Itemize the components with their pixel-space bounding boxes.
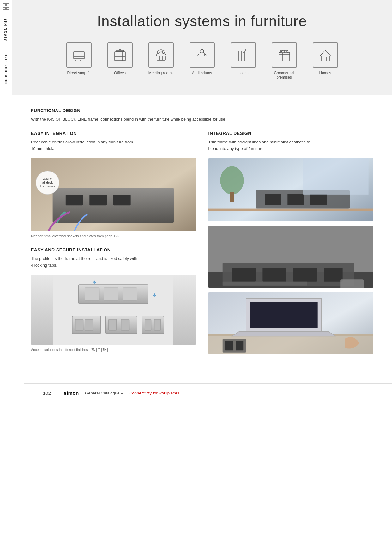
icon-item-direct-snap-fit: Direct snap-fit [65, 42, 93, 75]
hotels-icon-box: H [231, 42, 256, 68]
valid-badge: Valid for all desk thicknesses [36, 171, 59, 195]
easy-install-desc: The profile fits the frame at the rear a… [31, 256, 196, 269]
footer-text: General Catalogue – [85, 391, 123, 395]
svg-rect-28 [113, 195, 131, 205]
functional-design-title: FUNCTIONAL DESIGN [31, 108, 373, 113]
easy-integration-caption: Mechanisms, electrical sockets and plate… [31, 234, 196, 238]
svg-point-11 [160, 50, 162, 52]
easy-install-title: EASY AND SECURE INSTALLATION [31, 247, 196, 252]
right-column: INTEGRAL DESIGN Trim frame with straight… [208, 131, 373, 361]
install-caption: Accepts solutions in different finishes … [31, 348, 196, 352]
integral-design-image-2 [208, 226, 373, 288]
brand-label: SIMON K45 [4, 18, 8, 41]
svg-rect-35 [75, 319, 83, 330]
icon-item-commercial-premises: Commercialpremises [270, 42, 299, 80]
easy-install-section: EASY AND SECURE INSTALLATION The profile… [31, 247, 196, 352]
svg-rect-39 [121, 319, 129, 330]
svg-point-10 [162, 51, 165, 53]
left-column: EASY INTEGRATION Rear cable entries allo… [31, 131, 196, 361]
svg-rect-0 [3, 3, 5, 6]
direct-snap-fit-icon-box [66, 42, 92, 68]
offices-icon-box [107, 42, 133, 68]
icon-item-hotels: H Hotels [229, 42, 257, 75]
offices-label: Offices [114, 71, 126, 75]
integral-design-image-3 [208, 292, 373, 354]
integral-design-desc: Trim frame with straight lines and minim… [208, 139, 373, 152]
install-image [31, 275, 196, 345]
footer: 102 simon General Catalogue – Connectivi… [24, 383, 392, 403]
auditoriums-label: Auditoriums [192, 71, 212, 75]
page-title: Installation systems in furniture [31, 13, 373, 30]
icon-item-meeting-rooms: Meeting rooms [147, 42, 175, 75]
footer-link: Connectivity for workplaces [129, 391, 179, 395]
left-sidebar: SIMON K45 OFIBLOCK LINE [0, 0, 12, 554]
svg-rect-22 [321, 56, 329, 61]
svg-rect-57 [293, 268, 317, 282]
footer-divider [57, 390, 57, 396]
svg-rect-67 [236, 341, 243, 351]
svg-rect-2 [3, 7, 5, 10]
svg-point-8 [119, 49, 121, 50]
svg-rect-46 [208, 209, 373, 211]
page-number: 102 [43, 390, 51, 396]
svg-rect-7 [115, 52, 125, 61]
svg-rect-49 [287, 194, 304, 205]
svg-rect-21 [279, 53, 290, 61]
sidebar-logo [3, 3, 9, 12]
svg-point-9 [157, 51, 160, 53]
svg-rect-59 [222, 282, 307, 286]
svg-rect-41 [145, 319, 151, 330]
svg-rect-4 [74, 52, 84, 59]
functional-design-section: FUNCTIONAL DESIGN With the K45 OFIBLOCK … [31, 108, 373, 123]
header-section: Installation systems in furniture Direct… [12, 0, 392, 95]
commercial-premises-icon-box [272, 42, 297, 68]
svg-rect-45 [230, 192, 234, 202]
svg-rect-3 [7, 7, 9, 10]
easy-integration-desc: Rear cable entries allow installation in… [31, 139, 196, 152]
svg-rect-38 [109, 319, 117, 330]
functional-design-desc: With the K45 OFIBLOCK LINE frame, connec… [31, 116, 373, 123]
svg-text:H: H [243, 51, 245, 54]
meeting-rooms-label: Meeting rooms [148, 71, 173, 75]
direct-snap-fit-label: Direct snap-fit [67, 71, 90, 75]
integral-design-title: INTEGRAL DESIGN [208, 131, 373, 136]
svg-rect-50 [310, 194, 326, 205]
svg-rect-1 [7, 3, 9, 6]
icon-item-homes: Homes [311, 42, 340, 75]
homes-icon-box [313, 42, 338, 68]
footer-brand: simon [64, 390, 79, 396]
svg-rect-55 [232, 268, 256, 282]
svg-rect-58 [324, 268, 343, 282]
commercial-premises-label: Commercialpremises [274, 71, 294, 80]
svg-rect-66 [225, 341, 233, 351]
svg-rect-23 [324, 57, 327, 61]
svg-rect-64 [250, 302, 318, 328]
svg-rect-51 [303, 158, 369, 195]
meeting-rooms-icon-box [148, 42, 174, 68]
svg-rect-26 [66, 195, 83, 205]
homes-label: Homes [319, 71, 331, 75]
easy-integration-image: Valid for all desk thicknesses [31, 158, 196, 231]
main-content: Installation systems in furniture Direct… [12, 0, 392, 554]
auditoriums-icon-box [190, 42, 215, 68]
svg-point-44 [220, 166, 244, 195]
section-label: OFIBLOCK LINE [4, 53, 8, 84]
two-col-layout: EASY INTEGRATION Rear cable entries allo… [31, 131, 373, 361]
svg-rect-36 [85, 319, 93, 330]
content-area: FUNCTIONAL DESIGN With the K45 OFIBLOCK … [12, 95, 392, 383]
svg-rect-32 [104, 288, 118, 300]
easy-integration-title: EASY INTEGRATION [31, 131, 196, 136]
svg-rect-60 [340, 280, 364, 288]
hotels-label: Hotels [238, 71, 248, 75]
svg-rect-48 [265, 194, 281, 205]
svg-rect-56 [262, 268, 286, 282]
icons-row: Direct snap-fit Offices [31, 42, 373, 86]
icon-item-offices: Offices [106, 42, 134, 75]
svg-rect-27 [89, 195, 107, 205]
svg-rect-31 [85, 288, 99, 300]
integral-design-image-1 [208, 158, 373, 221]
svg-rect-33 [123, 288, 137, 300]
icon-item-auditoriums: Auditoriums [188, 42, 216, 75]
svg-rect-42 [154, 319, 161, 330]
